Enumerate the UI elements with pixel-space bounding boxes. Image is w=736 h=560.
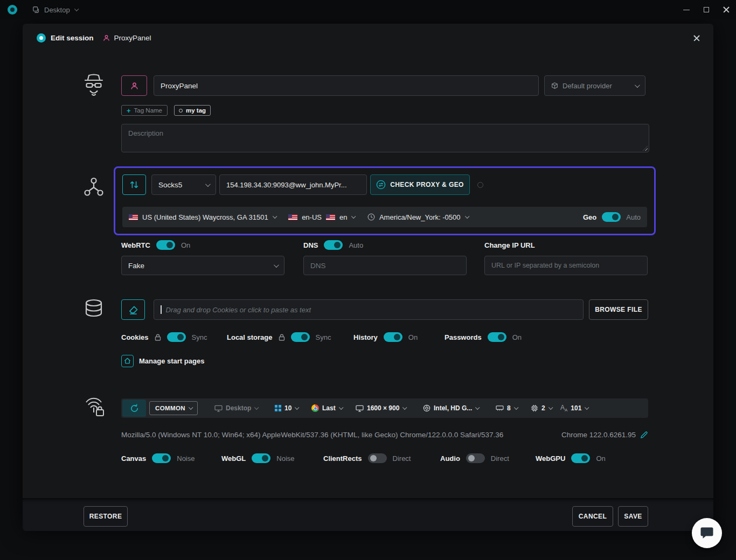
dns-label: DNS xyxy=(303,241,318,249)
chevron-down-icon xyxy=(339,405,343,410)
cookies-database-icon xyxy=(83,298,105,322)
history-state: On xyxy=(408,333,418,341)
chevron-down-icon[interactable] xyxy=(352,214,356,219)
chevron-down-icon[interactable] xyxy=(465,214,469,219)
chevron-down-icon[interactable] xyxy=(273,214,277,219)
webrtc-mode-select[interactable]: Fake xyxy=(121,256,284,275)
close-window-button[interactable] xyxy=(716,0,736,19)
restore-button[interactable]: RESTORE xyxy=(84,506,128,527)
close-dialog-button[interactable] xyxy=(690,31,704,45)
tag-chip-label: my tag xyxy=(186,107,206,114)
proxy-type-select[interactable]: Socks5 xyxy=(151,174,216,195)
desktop-menu[interactable]: Desktop xyxy=(32,6,77,14)
save-button[interactable]: SAVE xyxy=(618,506,648,527)
audio-label: Audio xyxy=(440,454,460,463)
browser-build-text: Chrome 122.0.6261.95 xyxy=(561,431,636,439)
screen-resolution-select[interactable]: 1600 × 900 xyxy=(356,398,406,418)
provider-select[interactable]: Default provider xyxy=(544,75,645,96)
chevron-down-icon xyxy=(514,405,518,410)
geo-label: Geo xyxy=(583,213,596,221)
us-flag-icon xyxy=(326,214,335,220)
dns-input[interactable] xyxy=(303,256,467,275)
description-textarea[interactable] xyxy=(121,124,649,152)
clientrects-toggle[interactable] xyxy=(368,453,387,463)
gpu-value: Intel, HD G... xyxy=(434,404,472,412)
language-primary-value[interactable]: en-US xyxy=(302,213,322,221)
session-name-input[interactable] xyxy=(154,75,539,96)
fonts-value: 101 xyxy=(571,404,581,412)
cancel-button[interactable]: CANCEL xyxy=(572,506,613,527)
dns-state: Auto xyxy=(349,241,363,249)
plus-icon: + xyxy=(127,107,131,115)
timezone-select[interactable]: America/New_York: -0500 xyxy=(379,213,461,221)
close-icon xyxy=(723,6,730,13)
fonts-select[interactable]: AA 101 xyxy=(560,398,588,418)
chevron-down-icon xyxy=(635,82,640,88)
ram-value: 8 xyxy=(507,404,511,412)
browse-file-button[interactable]: BROWSE FILE xyxy=(589,299,648,320)
os-version-select[interactable]: 10 xyxy=(275,398,298,418)
dns-toggle[interactable] xyxy=(324,240,343,250)
cookies-state: Sync xyxy=(192,333,207,341)
check-proxy-button[interactable]: CHECK PROXY & GEO xyxy=(370,174,470,195)
clear-cookies-button[interactable] xyxy=(121,299,145,320)
gpu-chip-icon xyxy=(423,404,431,412)
cpu-select[interactable]: 2 xyxy=(531,398,551,418)
app-logo-icon xyxy=(8,5,17,15)
support-chat-button[interactable] xyxy=(692,518,722,548)
change-ip-label: Change IP URL xyxy=(484,241,535,249)
proxy-type-toggle-button[interactable] xyxy=(122,174,146,195)
minimize-icon xyxy=(683,10,690,10)
language-secondary-value[interactable]: en xyxy=(339,213,347,221)
change-ip-url-input[interactable] xyxy=(484,256,648,275)
font-icon: AA xyxy=(560,404,567,412)
fingerprint-preset-select[interactable]: COMMON xyxy=(149,401,198,415)
passwords-state: On xyxy=(512,333,522,341)
webgl-toggle[interactable] xyxy=(252,453,270,463)
provider-select-value: Default provider xyxy=(563,82,630,90)
add-tag-button[interactable]: + Tag Name xyxy=(121,105,168,116)
audio-toggle[interactable] xyxy=(466,453,485,463)
session-name: ProxyPanel xyxy=(114,34,151,42)
ram-select[interactable]: 8 xyxy=(496,398,517,418)
history-toggle[interactable] xyxy=(384,332,402,342)
webrtc-toggle[interactable] xyxy=(156,240,175,250)
preset-value: COMMON xyxy=(155,405,185,411)
chat-bubble-icon xyxy=(700,527,714,540)
platform-value: Desktop xyxy=(226,404,251,412)
description-field-wrap xyxy=(121,124,649,152)
passwords-label: Passwords xyxy=(445,333,482,341)
proxy-address-input[interactable] xyxy=(219,174,367,195)
screen-resolution-value: 1600 × 900 xyxy=(367,404,399,412)
browser-version-select[interactable]: Last xyxy=(311,398,342,418)
platform-select[interactable]: Desktop xyxy=(214,398,258,418)
app-logo-icon xyxy=(37,33,46,43)
cookies-drop-field[interactable]: Drag and drop Cookies or click to paste … xyxy=(154,299,584,320)
home-icon xyxy=(121,355,134,367)
dialog-footer: RESTORE CANCEL SAVE xyxy=(23,498,713,531)
profile-icon-button[interactable] xyxy=(121,75,147,96)
manage-start-pages-button[interactable]: Manage start pages xyxy=(121,354,204,368)
geo-toggle[interactable] xyxy=(602,212,621,222)
cpu-icon xyxy=(531,404,538,412)
chevron-down-icon xyxy=(585,405,589,410)
us-flag-icon xyxy=(288,214,297,220)
add-tag-label: Tag Name xyxy=(134,107,162,114)
cookies-sync-toggle[interactable] xyxy=(167,332,186,342)
geo-location-select[interactable]: US (United States) Waycross, GA 31501 xyxy=(142,213,268,221)
canvas-toggle[interactable] xyxy=(152,453,171,463)
webgpu-toggle[interactable] xyxy=(571,453,590,463)
minimize-button[interactable] xyxy=(676,0,696,19)
passwords-toggle[interactable] xyxy=(488,332,506,342)
gpu-select[interactable]: Intel, HD G... xyxy=(423,398,478,418)
desktop-menu-label: Desktop xyxy=(44,6,70,14)
edit-pencil-icon[interactable] xyxy=(640,431,648,439)
browser-version-value: Last xyxy=(322,404,336,412)
maximize-button[interactable] xyxy=(696,0,716,19)
canvas-label: Canvas xyxy=(121,454,146,463)
tag-chip[interactable]: my tag xyxy=(174,105,211,116)
local-storage-sync-toggle[interactable] xyxy=(291,332,310,342)
close-icon xyxy=(693,35,700,41)
regenerate-fingerprint-button[interactable] xyxy=(122,400,146,417)
webrtc-state: On xyxy=(181,241,190,249)
